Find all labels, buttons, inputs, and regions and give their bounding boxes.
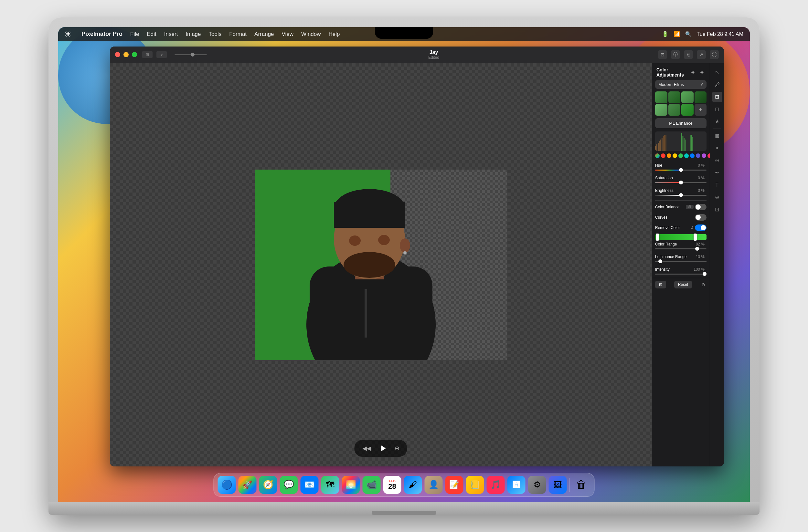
panel-grid-button[interactable]: ⊡ xyxy=(655,281,666,288)
tool-star[interactable]: ★ xyxy=(712,116,722,127)
dock-photos[interactable]: 🌅 xyxy=(342,476,360,494)
dock-settings[interactable]: ⚙ xyxy=(528,476,546,494)
menu-file[interactable]: File xyxy=(130,31,139,37)
color-range-left-handle[interactable] xyxy=(656,233,659,241)
menu-help[interactable]: Help xyxy=(329,31,340,37)
search-icon[interactable]: 🔍 xyxy=(685,31,692,37)
menu-view[interactable]: View xyxy=(282,31,294,37)
luminance-slider-track[interactable] xyxy=(655,261,706,262)
dock-appstore[interactable]: 🅰 xyxy=(508,476,526,494)
rewind-icon[interactable]: ◀◀ xyxy=(362,445,371,452)
brightness-slider-track[interactable] xyxy=(655,195,706,196)
panel-minus-icon[interactable]: ⊖ xyxy=(690,69,696,76)
color-range-slider-track[interactable] xyxy=(655,248,706,249)
copy-icon[interactable]: ⎘ xyxy=(684,50,693,59)
hue-slider-thumb[interactable] xyxy=(679,168,683,172)
dock-safari[interactable]: 🧭 xyxy=(259,476,277,494)
color-balance-toggle[interactable] xyxy=(695,204,706,210)
tool-text[interactable]: T xyxy=(712,180,722,190)
play-button[interactable] xyxy=(378,443,388,454)
brightness-slider-thumb[interactable] xyxy=(679,193,683,197)
dock-reminders[interactable]: 📝 xyxy=(445,476,463,494)
tool-eyedropper[interactable]: ✒ xyxy=(712,168,722,178)
channel-cyan-btn[interactable] xyxy=(684,153,689,158)
minimize-button[interactable] xyxy=(124,52,129,57)
saturation-slider-thumb[interactable] xyxy=(679,180,683,185)
dock-launchpad[interactable]: 🚀 xyxy=(239,476,257,494)
dock-trash[interactable]: 🗑 xyxy=(572,476,590,494)
menu-window[interactable]: Window xyxy=(301,31,320,37)
remove-color-toggle[interactable] xyxy=(695,225,706,231)
intensity-slider-track[interactable] xyxy=(655,273,706,274)
preset-thumb-5[interactable] xyxy=(655,104,667,116)
canvas-area[interactable]: ◀◀ ⊖ xyxy=(110,63,651,467)
apple-menu-icon[interactable]: ⌘ xyxy=(65,30,71,38)
preset-add-button[interactable]: + xyxy=(695,104,707,116)
intensity-slider-thumb[interactable] xyxy=(703,272,706,276)
export-icon[interactable]: ↗ xyxy=(697,50,706,59)
curves-toggle[interactable] xyxy=(695,214,706,221)
channel-orange-btn[interactable] xyxy=(667,153,671,158)
dock-messages[interactable]: 💬 xyxy=(280,476,298,494)
preset-thumb-4[interactable] xyxy=(695,91,707,103)
color-range-slider-thumb[interactable] xyxy=(695,247,699,251)
remove-color-reset-icon[interactable]: ↺ xyxy=(690,226,694,230)
share-icon[interactable]: ⊡ xyxy=(658,50,667,59)
dock-finder[interactable]: 🔵 xyxy=(218,476,236,494)
app-name-label[interactable]: Pixelmator Pro xyxy=(81,31,123,37)
tool-layers[interactable]: ⊞ xyxy=(712,92,722,102)
info-icon[interactable]: ⓘ xyxy=(671,50,680,59)
preset-thumb-7[interactable] xyxy=(681,104,694,116)
dock-facetime[interactable]: 📹 xyxy=(363,476,381,494)
tool-transform[interactable]: ⊠ xyxy=(712,131,722,141)
tool-select[interactable]: ◻ xyxy=(712,104,722,114)
dock-darkroom[interactable]: 🖼 xyxy=(549,476,567,494)
preset-thumb-1[interactable] xyxy=(655,91,667,103)
saturation-slider-track[interactable] xyxy=(655,182,706,183)
preset-thumb-3[interactable] xyxy=(681,91,694,103)
dock-notes[interactable]: 📒 xyxy=(466,476,484,494)
channel-all-btn[interactable] xyxy=(655,153,660,158)
channel-blue-btn[interactable] xyxy=(690,153,695,158)
panel-close-footer-icon[interactable]: ⊖ xyxy=(700,281,706,288)
tool-paint[interactable]: 🖌 xyxy=(712,79,722,90)
hue-slider-track[interactable] xyxy=(655,170,706,171)
dock-pixelmator[interactable]: 🖌 xyxy=(404,476,422,494)
channel-indigo-btn[interactable] xyxy=(696,153,700,158)
fullscreen-icon[interactable]: ⛶ xyxy=(710,50,719,59)
menu-format[interactable]: Format xyxy=(229,31,246,37)
zoom-slider[interactable] xyxy=(175,54,207,55)
channel-green-btn[interactable] xyxy=(678,153,683,158)
menu-tools[interactable]: Tools xyxy=(209,31,222,37)
menu-insert[interactable]: Insert xyxy=(164,31,178,37)
channel-yellow-btn[interactable] xyxy=(673,153,677,158)
tool-clone[interactable]: ⊛ xyxy=(712,155,722,166)
tool-zoom[interactable]: ⊕ xyxy=(712,192,722,203)
tool-crop[interactable]: ⊡ xyxy=(712,205,722,215)
menu-arrange[interactable]: Arrange xyxy=(254,31,274,37)
dock-music[interactable]: 🎵 xyxy=(487,476,505,494)
tool-cursor[interactable]: ↖ xyxy=(712,67,722,77)
ml-enhance-button[interactable]: ML Enhance xyxy=(655,118,706,128)
panel-plus-icon[interactable]: ⊕ xyxy=(699,69,705,76)
maximize-button[interactable] xyxy=(132,52,137,57)
channel-red-btn[interactable] xyxy=(661,153,665,158)
color-range-right-handle[interactable] xyxy=(694,233,697,241)
channel-pink-btn[interactable] xyxy=(708,153,710,158)
dock-calendar[interactable]: FEB 28 xyxy=(383,476,401,494)
preset-selector[interactable]: Modern Films ∨ xyxy=(655,80,706,89)
view-toggle-icon[interactable]: ⊞ xyxy=(142,51,152,58)
luminance-slider-thumb[interactable] xyxy=(658,259,662,263)
preset-thumb-6[interactable] xyxy=(668,104,681,116)
dock-mail[interactable]: 📧 xyxy=(300,476,319,494)
menu-edit[interactable]: Edit xyxy=(147,31,156,37)
menu-image[interactable]: Image xyxy=(185,31,201,37)
stop-icon[interactable]: ⊖ xyxy=(394,445,400,452)
dock-maps[interactable]: 🗺 xyxy=(321,476,339,494)
channel-violet-btn[interactable] xyxy=(702,153,706,158)
preset-thumb-2[interactable] xyxy=(668,91,681,103)
panel-reset-button[interactable]: Reset xyxy=(674,281,692,288)
adjustments-scroll[interactable]: Color Adjustments ⊖ ⊕ Modern Films ∨ xyxy=(652,63,710,467)
dock-contacts[interactable]: 👤 xyxy=(425,476,443,494)
view-options-icon[interactable]: ∨ xyxy=(157,51,167,58)
